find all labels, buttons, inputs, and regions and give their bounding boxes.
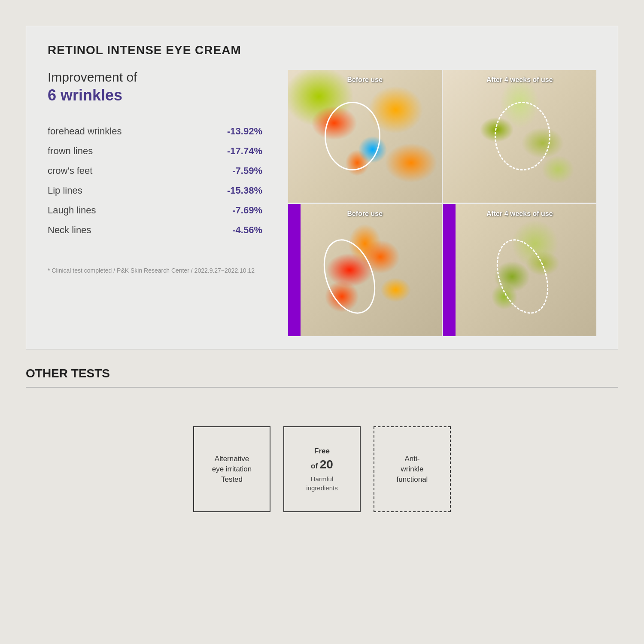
improvement-label: Improvement of xyxy=(48,70,262,85)
badge-text: Freeof 20Harmfulingredients xyxy=(306,446,337,493)
wrinkle-value: -4.56% xyxy=(215,225,262,236)
wrinkle-name: frown lines xyxy=(48,146,93,157)
wrinkle-name: crow's feet xyxy=(48,165,92,176)
label-before-top: Before use xyxy=(347,76,383,84)
circle-before-top xyxy=(325,102,380,170)
wrinkle-name: Lip lines xyxy=(48,185,82,196)
wrinkle-name: Neck lines xyxy=(48,225,91,236)
wrinkle-row: frown lines-17.74% xyxy=(48,141,262,161)
image-after-top: After 4 weeks of use xyxy=(443,70,597,203)
oval-after-bottom xyxy=(487,232,558,321)
page-wrapper: RETINOL INTENSE EYE CREAM Improvement of… xyxy=(0,0,644,644)
label-after-bottom: After 4 weeks of use xyxy=(486,210,553,218)
wrinkle-row: crow's feet-7.59% xyxy=(48,161,262,181)
image-before-top: Before use xyxy=(288,70,442,203)
wrinkle-row: forehead wrinkles-13.92% xyxy=(48,122,262,141)
image-grid: Before use After 4 weeks of use Before u… xyxy=(288,70,596,336)
content-row: Improvement of 6 wrinkles forehead wrink… xyxy=(48,70,596,336)
wrinkle-value: -15.38% xyxy=(215,185,262,196)
product-title: RETINOL INTENSE EYE CREAM xyxy=(48,43,596,57)
image-after-bottom: After 4 weeks of use xyxy=(443,204,597,337)
wrinkle-value: -13.92% xyxy=(215,126,262,137)
badges-row: Alternativeeye irritationTestedFreeof 20… xyxy=(26,426,618,512)
circle-after-top xyxy=(495,102,550,170)
badge-item: Freeof 20Harmfulingredients xyxy=(283,426,361,512)
label-before-bottom: Before use xyxy=(347,210,383,218)
badge-text: Alternativeeye irritationTested xyxy=(212,454,252,484)
wrinkle-name: Laugh lines xyxy=(48,205,96,216)
other-tests-title: OTHER TESTS xyxy=(26,367,618,388)
improvement-value: 6 wrinkles xyxy=(48,86,262,104)
oval-before-bottom xyxy=(314,232,385,321)
wrinkle-value: -7.59% xyxy=(215,165,262,176)
wrinkle-row: Laugh lines-7.69% xyxy=(48,200,262,220)
wrinkle-name: forehead wrinkles xyxy=(48,126,122,137)
left-panel: Improvement of 6 wrinkles forehead wrink… xyxy=(48,70,271,275)
top-section: RETINOL INTENSE EYE CREAM Improvement of… xyxy=(26,26,618,349)
badge-text: Anti-wrinklefunctional xyxy=(397,454,428,484)
badge-item: Alternativeeye irritationTested xyxy=(193,426,270,512)
wrinkle-value: -17.74% xyxy=(215,146,262,157)
wrinkle-row: Lip lines-15.38% xyxy=(48,181,262,200)
image-before-bottom: Before use xyxy=(288,204,442,337)
wrinkle-value: -7.69% xyxy=(215,205,262,216)
clinical-note: * Clinical test completed / P&K Skin Res… xyxy=(48,266,262,275)
label-after-top: After 4 weeks of use xyxy=(486,76,553,84)
wrinkle-row: Neck lines-4.56% xyxy=(48,220,262,240)
wrinkle-table: forehead wrinkles-13.92%frown lines-17.7… xyxy=(48,122,262,240)
other-tests-section: OTHER TESTS Alternativeeye irritationTes… xyxy=(26,367,618,512)
badge-item: Anti-wrinklefunctional xyxy=(374,426,451,512)
